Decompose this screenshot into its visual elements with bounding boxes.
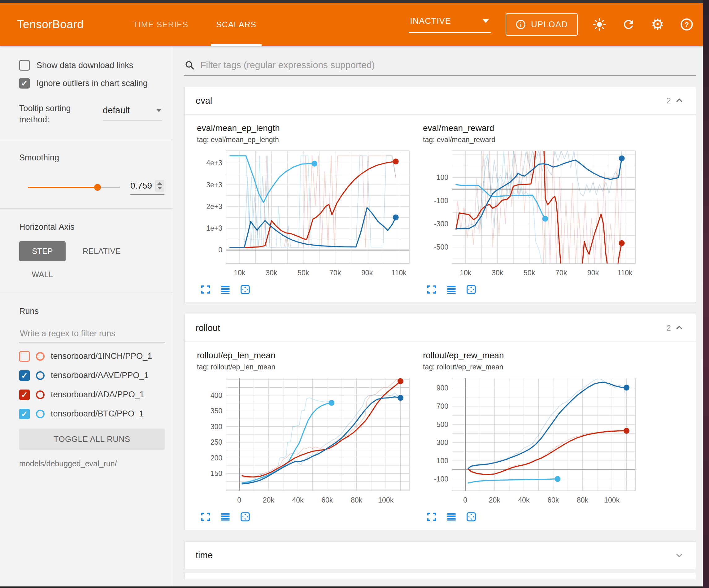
runs-filter-input[interactable] <box>19 329 166 339</box>
upload-button[interactable]: UPLOAD <box>506 13 578 36</box>
slider-fill <box>28 187 98 188</box>
chart-tag: tag: eval/mean_ep_length <box>197 136 414 144</box>
fit-domain-icon[interactable] <box>466 284 477 295</box>
window-bottom-border <box>0 586 709 588</box>
show-download-links-checkbox[interactable]: ✓ <box>19 60 30 71</box>
smoothing-stepper[interactable] <box>155 180 164 191</box>
tooltip-sorting-value: default <box>103 105 130 116</box>
svg-text:50k: 50k <box>297 269 309 277</box>
ignore-outliers-row[interactable]: ✓ Ignore outliers in chart scaling <box>19 78 164 88</box>
chart-plot[interactable]: 10k30k50k70k90k110k100-100-300-500 <box>423 148 640 280</box>
chart-plot[interactable]: 020k40k60k80k100k-100100300500700900 <box>423 375 640 508</box>
chart-plot[interactable]: 10k30k50k70k90k110k01e+32e+33e+34e+3 <box>197 148 414 280</box>
runs-table-icon[interactable] <box>220 284 231 295</box>
axis-option-step[interactable]: STEP <box>19 241 65 261</box>
window-top-border <box>0 0 709 3</box>
smoothing-value: 0.759 <box>130 181 152 191</box>
svg-text:250: 250 <box>211 438 222 446</box>
svg-text:60k: 60k <box>321 496 333 504</box>
fit-domain-icon[interactable] <box>466 511 477 522</box>
chart-plot[interactable]: 020k40k60k80k100k150200250300350400 <box>197 375 414 508</box>
runs-table-icon[interactable] <box>446 284 457 295</box>
expand-chart-icon[interactable] <box>426 511 437 522</box>
axis-option-wall[interactable]: WALL <box>19 270 65 279</box>
fit-domain-icon[interactable] <box>240 284 251 295</box>
section-header-eval[interactable]: eval 2 <box>185 87 696 114</box>
stepper-up-icon[interactable] <box>157 182 162 185</box>
tab-scalars[interactable]: SCALARS <box>202 3 270 46</box>
svg-text:110k: 110k <box>618 269 632 277</box>
sidebar-divider <box>0 292 173 293</box>
run-row-1inch[interactable]: ✓ tensorboard/1INCH/PPO_1 <box>19 351 164 362</box>
expand-chart-icon[interactable] <box>200 511 211 522</box>
tag-filter-field <box>184 59 696 76</box>
section-count: 2 <box>666 323 671 333</box>
axis-option-relative[interactable]: RELATIVE <box>83 247 164 256</box>
run-row-btc[interactable]: ✓ tensorboard/BTC/PPO_1 <box>19 409 164 419</box>
app-body: ✓ Show data download links ✓ Ignore outl… <box>0 46 709 586</box>
refresh-icon[interactable] <box>621 17 636 32</box>
svg-text:3e+3: 3e+3 <box>206 181 222 189</box>
svg-text:-100: -100 <box>434 197 448 205</box>
upload-label: UPLOAD <box>531 20 568 29</box>
svg-text:110k: 110k <box>391 269 406 277</box>
smoothing-slider[interactable] <box>28 187 120 188</box>
chart-toolbar <box>423 511 640 522</box>
svg-text:?: ? <box>685 21 689 28</box>
dashboard-main: eval 2 eval/mean_ep_length tag: eval/mea… <box>174 46 703 586</box>
runs-table-icon[interactable] <box>446 511 457 522</box>
chart-toolbar <box>423 284 640 295</box>
smoothing-value-box[interactable]: 0.759 <box>130 180 164 195</box>
slider-knob[interactable] <box>94 184 101 191</box>
tab-time-series[interactable]: TIME SERIES <box>119 3 202 46</box>
chart-tag: tag: rollout/ep_len_mean <box>197 363 414 371</box>
collapse-section-icon[interactable] <box>674 323 685 333</box>
stepper-down-icon[interactable] <box>157 187 162 189</box>
toggle-all-runs-button[interactable]: TOGGLE ALL RUNS <box>19 429 165 450</box>
ignore-outliers-checkbox[interactable]: ✓ <box>19 78 30 88</box>
section-card-eval: eval 2 eval/mean_ep_length tag: eval/mea… <box>184 87 696 303</box>
run-checkbox[interactable]: ✓ <box>19 351 30 362</box>
svg-text:60k: 60k <box>547 496 559 504</box>
svg-text:100: 100 <box>437 457 448 465</box>
run-row-aave[interactable]: ✓ tensorboard/AAVE/PPO_1 <box>19 370 164 381</box>
check-icon: ✓ <box>21 410 28 418</box>
smoothing-control: 0.759 <box>19 180 164 195</box>
settings-icon[interactable]: ⚙ <box>650 17 665 32</box>
runs-root-path: models/debugged_eval_run/ <box>19 459 164 468</box>
tooltip-sorting-select[interactable]: default <box>103 105 162 121</box>
svg-text:90k: 90k <box>587 269 599 277</box>
svg-text:350: 350 <box>211 407 222 415</box>
help-icon[interactable]: ? <box>679 17 694 32</box>
run-checkbox[interactable]: ✓ <box>19 389 30 400</box>
status-dropdown[interactable]: INACTIVE <box>409 17 491 33</box>
section-header-time[interactable]: time <box>185 541 696 569</box>
section-name: rollout <box>196 323 220 333</box>
runs-table-icon[interactable] <box>220 511 231 522</box>
run-checkbox[interactable]: ✓ <box>19 409 30 419</box>
chart-eval-mean-reward: eval/mean_reward tag: eval/mean_reward 1… <box>423 123 640 295</box>
expand-chart-icon[interactable] <box>426 284 437 295</box>
check-icon: ✓ <box>21 79 28 87</box>
run-label: tensorboard/1INCH/PPO_1 <box>51 352 152 361</box>
fit-domain-icon[interactable] <box>240 511 251 522</box>
run-color-icon <box>36 410 45 418</box>
chart-toolbar <box>197 511 414 522</box>
svg-text:40k: 40k <box>292 496 304 504</box>
expand-section-icon[interactable] <box>674 550 685 560</box>
brightness-icon[interactable] <box>592 17 607 32</box>
collapse-section-icon[interactable] <box>674 95 685 106</box>
tag-filter-input[interactable] <box>200 59 696 71</box>
expand-chart-icon[interactable] <box>200 284 211 295</box>
run-row-ada[interactable]: ✓ tensorboard/ADA/PPO_1 <box>19 389 164 400</box>
section-header-rollout[interactable]: rollout 2 <box>185 314 696 342</box>
charts-row: eval/mean_ep_length tag: eval/mean_ep_le… <box>185 114 696 303</box>
svg-text:90k: 90k <box>361 269 373 277</box>
svg-text:100: 100 <box>437 173 448 181</box>
chart-tag: tag: eval/mean_reward <box>423 136 640 144</box>
run-checkbox[interactable]: ✓ <box>19 370 30 381</box>
run-label: tensorboard/BTC/PPO_1 <box>51 409 144 419</box>
chevron-down-icon <box>483 19 489 23</box>
show-download-links-row[interactable]: ✓ Show data download links <box>19 60 164 71</box>
checkbox-label: Show data download links <box>36 61 133 70</box>
